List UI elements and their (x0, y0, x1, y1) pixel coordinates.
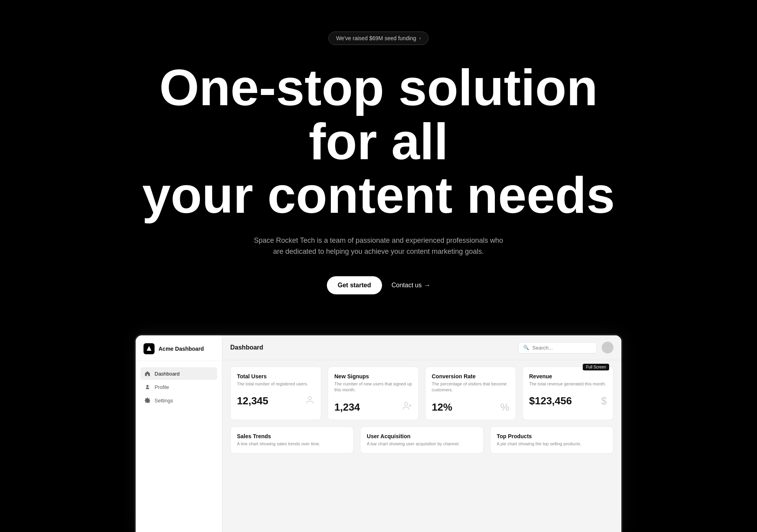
stat-value-new-signups: 1,234 (334, 401, 360, 413)
bottom-card-sales-trends: Sales Trends A line chart showing sales … (230, 426, 354, 454)
funding-badge[interactable]: We've raised $69M seed funding › (328, 32, 428, 45)
stat-desc-new-signups: The number of new users that signed up t… (334, 381, 412, 393)
percent-icon: % (500, 401, 509, 413)
stat-label-revenue: Revenue (529, 373, 607, 379)
stat-bottom-total-users: 12,345 (237, 395, 315, 407)
sidebar-item-dashboard-label: Dashboard (155, 371, 180, 377)
hero-subtitle: Space Rocket Tech is a team of passionat… (248, 235, 509, 258)
get-started-button[interactable]: Get started (327, 276, 382, 294)
stat-desc-total-users: The total number of registered users. (237, 381, 315, 387)
stat-desc-revenue: The total revenue generated this month. (529, 381, 607, 387)
hero-title: One-stop solution for all your content n… (142, 61, 615, 222)
add-user-icon (403, 401, 412, 413)
logo-icon (144, 343, 155, 354)
main-content: Dashboard 🔍 Total Users (222, 335, 621, 532)
sales-trends-desc: A line chart showing sales trends over t… (237, 441, 347, 447)
main-page-title: Dashboard (230, 344, 263, 351)
users-icon (305, 395, 315, 407)
sales-trends-title: Sales Trends (237, 433, 347, 439)
search-bar[interactable]: 🔍 (518, 342, 597, 353)
stat-card-new-signups: New Signups The number of new users that… (328, 366, 419, 420)
stats-grid: Total Users The total number of register… (222, 360, 621, 426)
stat-label-total-users: Total Users (237, 373, 315, 379)
sidebar-item-profile[interactable]: Profile (140, 381, 217, 393)
stat-label-conversion-rate: Conversion Rate (432, 373, 509, 379)
stat-desc-conversion-rate: The percentage of visitors that become c… (432, 381, 509, 393)
hero-actions: Get started Contact us → (327, 276, 431, 294)
full-screen-badge[interactable]: Full Screen (583, 364, 609, 370)
stat-card-total-users: Total Users The total number of register… (230, 366, 321, 420)
app-layout: Acme Dashboard Dashboard (136, 335, 621, 532)
stat-bottom-conversion-rate: 12% % (432, 401, 509, 413)
gear-icon (144, 397, 151, 404)
funding-badge-text: We've raised $69M seed funding (336, 35, 416, 41)
sidebar-nav: Dashboard Profile (136, 361, 222, 413)
dashboard-device: Acme Dashboard Dashboard (134, 334, 623, 532)
stat-label-new-signups: New Signups (334, 373, 412, 379)
search-input[interactable] (532, 345, 592, 351)
contact-us-button[interactable]: Contact us → (392, 282, 430, 289)
sidebar-logo: Acme Dashboard (136, 335, 222, 361)
hero-section: We've raised $69M seed funding › One-sto… (0, 0, 757, 318)
dollar-icon: $ (601, 395, 607, 407)
bottom-card-user-acquisition: User Acquisition A bar chart showing use… (360, 426, 483, 454)
stat-card-conversion-rate: Conversion Rate The percentage of visito… (425, 366, 516, 420)
stat-bottom-new-signups: 1,234 (334, 401, 412, 413)
sidebar: Acme Dashboard Dashboard (136, 335, 222, 532)
dashboard-inner: Acme Dashboard Dashboard (136, 335, 621, 532)
stat-bottom-revenue: $123,456 $ (529, 395, 607, 407)
top-products-desc: A pie chart showing the top selling prod… (497, 441, 607, 447)
svg-point-1 (405, 402, 408, 406)
header-right: 🔍 (518, 342, 613, 353)
search-icon: 🔍 (523, 345, 529, 350)
stat-value-total-users: 12,345 (237, 395, 268, 407)
dashboard-wrapper: Acme Dashboard Dashboard (0, 318, 757, 532)
user-acquisition-desc: A bar chart showing user acquisition by … (367, 441, 477, 447)
logo-svg (146, 346, 152, 352)
user-acquisition-title: User Acquisition (367, 433, 477, 439)
sidebar-item-settings[interactable]: Settings (140, 394, 217, 407)
chevron-right-icon: › (420, 35, 421, 41)
svg-point-0 (308, 396, 311, 400)
stat-value-conversion-rate: 12% (432, 401, 452, 413)
sidebar-item-settings-label: Settings (155, 398, 173, 404)
top-products-title: Top Products (497, 433, 607, 439)
sidebar-logo-text: Acme Dashboard (158, 346, 204, 352)
stat-card-revenue: Full Screen Revenue The total revenue ge… (522, 366, 613, 420)
stat-value-revenue: $123,456 (529, 395, 572, 407)
main-header: Dashboard 🔍 (222, 335, 621, 360)
sidebar-item-dashboard[interactable]: Dashboard (140, 367, 217, 380)
person-icon (144, 384, 151, 390)
sidebar-item-profile-label: Profile (155, 384, 169, 390)
bottom-cards: Sales Trends A line chart showing sales … (222, 426, 621, 460)
bottom-card-top-products: Top Products A pie chart showing the top… (490, 426, 613, 454)
home-icon (144, 370, 151, 377)
avatar-button[interactable] (602, 342, 613, 353)
